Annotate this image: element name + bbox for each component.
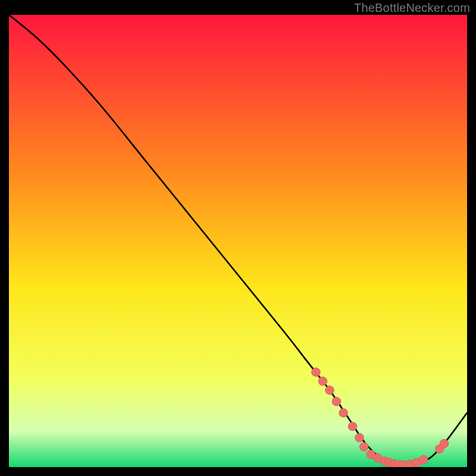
data-marker (325, 386, 334, 394)
data-marker (355, 433, 364, 441)
watermark-text: TheBottleNecker.com (354, 1, 470, 15)
data-marker (312, 368, 321, 376)
data-marker (348, 422, 357, 430)
data-marker (419, 456, 428, 464)
data-marker (318, 377, 327, 385)
curve-layer (9, 15, 467, 467)
chart-frame: TheBottleNecker.com (0, 0, 476, 476)
marker-group (312, 368, 449, 467)
data-marker (359, 443, 368, 451)
data-marker (332, 397, 341, 406)
bottleneck-curve (9, 15, 467, 465)
plot-area (9, 15, 467, 467)
data-marker (339, 409, 348, 417)
data-marker (440, 439, 449, 447)
